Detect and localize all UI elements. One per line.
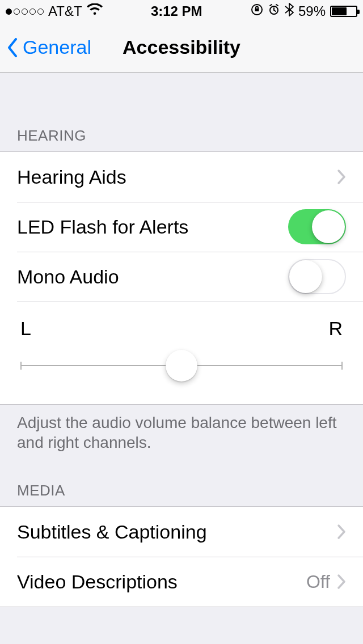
chevron-left-icon xyxy=(7,38,18,57)
orientation-lock-icon xyxy=(251,3,263,19)
hearing-aids-label: Hearing Aids xyxy=(17,166,337,188)
battery-pct-label: 59% xyxy=(298,3,326,19)
led-flash-row: LED Flash for Alerts xyxy=(0,202,363,252)
led-flash-label: LED Flash for Alerts xyxy=(17,216,288,238)
hearing-group: Hearing Aids LED Flash for Alerts Mono A… xyxy=(0,151,363,405)
section-header-hearing: HEARING xyxy=(0,109,363,151)
back-button[interactable]: General xyxy=(7,36,91,58)
balance-left-label: L xyxy=(20,317,31,340)
signal-strength-icon xyxy=(6,9,44,15)
led-flash-toggle[interactable] xyxy=(288,209,346,244)
hearing-footer: Adjust the audio volume balance between … xyxy=(0,405,363,464)
balance-slider[interactable] xyxy=(17,350,346,382)
wifi-icon xyxy=(87,3,103,19)
status-right: 59% xyxy=(251,3,357,20)
subtitles-label: Subtitles & Captioning xyxy=(17,521,337,543)
clock-label: 3:12 PM xyxy=(151,3,202,19)
carrier-label: AT&T xyxy=(48,3,82,19)
bluetooth-icon xyxy=(285,3,294,20)
mono-audio-label: Mono Audio xyxy=(17,266,288,288)
mono-audio-row: Mono Audio xyxy=(0,252,363,302)
video-descriptions-label: Video Descriptions xyxy=(17,571,306,593)
back-label: General xyxy=(23,36,91,58)
alarm-icon xyxy=(268,3,280,19)
status-bar: AT&T 3:12 PM 59% xyxy=(0,0,363,23)
video-descriptions-value: Off xyxy=(306,571,330,592)
status-left: AT&T xyxy=(6,3,103,19)
balance-slider-row: L R xyxy=(0,302,363,404)
balance-right-label: R xyxy=(328,317,343,340)
media-group: Subtitles & Captioning Video Description… xyxy=(0,506,363,607)
section-header-media: MEDIA xyxy=(0,464,363,506)
chevron-right-icon xyxy=(337,574,346,590)
mono-audio-toggle[interactable] xyxy=(288,259,346,294)
hearing-aids-row[interactable]: Hearing Aids xyxy=(0,152,363,202)
subtitles-row[interactable]: Subtitles & Captioning xyxy=(0,507,363,557)
battery-icon xyxy=(330,6,357,17)
video-descriptions-row[interactable]: Video Descriptions Off xyxy=(0,557,363,607)
section-header-learning: LEARNING xyxy=(0,607,363,644)
slider-thumb-icon[interactable] xyxy=(166,350,197,382)
nav-bar: General Accessibility xyxy=(0,23,363,73)
chevron-right-icon xyxy=(337,524,346,540)
page-title: Accessibility xyxy=(123,36,240,58)
chevron-right-icon xyxy=(337,169,346,185)
